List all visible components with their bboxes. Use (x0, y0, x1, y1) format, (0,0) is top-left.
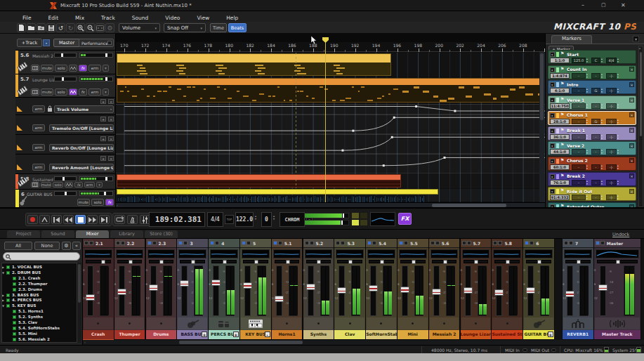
settings-icon[interactable]: ⚙ (105, 23, 114, 32)
tree-arrow-icon[interactable]: ▼ (2, 304, 4, 308)
strip-pan-slider[interactable] (597, 260, 638, 263)
marker-tempo-stepper[interactable]: ▴▾ (586, 119, 588, 124)
marker-tempo-stepper[interactable]: ▴▾ (586, 103, 588, 109)
mixer-strip-5.6[interactable]: 5.60612-9-18-27-36Messiah 2 (429, 239, 460, 339)
vscroll-thumb[interactable] (540, 53, 544, 120)
strip-name-label[interactable]: Drums (146, 330, 177, 339)
track-header-5.7[interactable]: 5.7Lounge Lizard...mutesolofxarm▾ (15, 74, 116, 97)
marker-key-stepper[interactable]: ▴▾ (601, 149, 603, 155)
track-grid-button[interactable] (31, 88, 39, 96)
strip-fader-handle[interactable] (369, 285, 378, 291)
strip-pan-slider[interactable] (494, 260, 520, 263)
marker-tempo-field[interactable]: - (572, 73, 586, 79)
track-meter-slider[interactable] (79, 53, 113, 58)
transport-loop-button[interactable] (114, 215, 125, 224)
strip-name-label[interactable]: Lounge Lizard S. (461, 330, 492, 339)
pan-handle[interactable] (616, 260, 620, 264)
transport-punch-button[interactable] (39, 215, 50, 224)
marker-meter-stepper[interactable]: ▴▾ (617, 103, 619, 109)
marker-tempo-stepper[interactable]: ▴▾ (586, 195, 588, 200)
tree-item[interactable]: ▼2. DRUM BUS (2, 270, 77, 276)
mixer-strip-3[interactable]: 30612-9-18-27-36BASS BUS+ (177, 239, 208, 339)
lane-param-dropdown[interactable]: Reverb Amount [Lounge Liz...▾ (49, 164, 114, 171)
marker-card-intro[interactable]: ▸⚑Intro×4:1:0-▴▾G▴▾-|-▴▾ (548, 80, 636, 94)
strip-header[interactable]: 5.7 (461, 239, 492, 248)
strip-header[interactable]: 5.1 (272, 239, 303, 248)
strip-eq-thumbnail[interactable] (242, 249, 270, 258)
scale-display[interactable]: CHROM (280, 212, 305, 227)
marker-tempo-stepper[interactable]: ▴▾ (586, 58, 588, 63)
marker-close-icon[interactable]: × (629, 128, 634, 133)
transport-eq-thumbnail[interactable] (370, 212, 395, 226)
transport-rewind-button[interactable] (63, 215, 74, 224)
undock-link[interactable]: Undock (612, 232, 629, 237)
marker-card-break-2[interactable]: ▸⚑Break 2×76:1:0-▴▾-▴▾-|-▴▾ (548, 172, 636, 186)
open-project-icon[interactable] (27, 23, 36, 32)
clip-guitar-bus-bar[interactable] (117, 189, 438, 195)
strip-fader-handle[interactable] (400, 287, 409, 293)
strip-eq-thumbnail[interactable] (399, 249, 427, 258)
strip-fader-handle[interactable] (149, 284, 158, 291)
marker-meter-stepper[interactable]: ▴▾ (617, 164, 619, 170)
track-arm-button[interactable]: arm (88, 65, 101, 72)
track-grid-button[interactable] (31, 182, 39, 188)
marker-meter-stepper[interactable]: ▴▾ (617, 149, 619, 155)
pan-handle[interactable] (348, 260, 353, 264)
marker-meter-field[interactable]: -|- (606, 119, 617, 124)
marker-time-field[interactable]: 44:1:0 (550, 149, 570, 155)
mixer-strip-5.8[interactable]: 5.80612-9-18-27-36Sustained String (492, 239, 523, 339)
marker-key-stepper[interactable]: ▴▾ (601, 119, 603, 124)
marker-tempo-field[interactable]: - (572, 195, 586, 200)
strip-eq-thumbnail[interactable] (147, 249, 176, 258)
tab-project[interactable]: Project (7, 230, 40, 238)
track-auto-button[interactable] (69, 65, 77, 72)
mixer-strip-5.7[interactable]: 5.70612-9-18-27-36Lounge Lizard S. (461, 239, 492, 339)
timeline-area[interactable]: 1701721741761781801821841861881901921941… (116, 34, 545, 207)
strip-fader-handle[interactable] (598, 284, 607, 291)
strip-fader-handle[interactable] (464, 287, 473, 294)
transport-metronome-button[interactable] (127, 215, 138, 224)
marker-tempo-stepper[interactable]: ▴▾ (586, 134, 588, 140)
strip-fader-handle[interactable] (494, 289, 504, 296)
lane-add-button[interactable]: + (100, 117, 106, 122)
track-chev-button[interactable]: ▾ (103, 65, 109, 72)
strip-empty-icon[interactable] (115, 317, 145, 329)
strip-header[interactable]: 7 (563, 239, 593, 248)
tree-item[interactable]: 5.1. Horns1 (2, 309, 77, 315)
bus-toggle-button[interactable]: - (265, 332, 270, 337)
mixer-strip-5.1[interactable]: 5.10612-9-18-27-36Horns1 (272, 239, 303, 339)
mixer-strip-2.3[interactable]: 2.30612-9-18-27-36Drums (146, 239, 177, 339)
strip-eq-thumbnail[interactable] (462, 249, 490, 258)
marker-expand-button[interactable]: ▸ (550, 129, 555, 133)
strip-pan-slider[interactable] (464, 260, 489, 263)
strip-eq-thumbnail[interactable] (305, 249, 333, 258)
key-display[interactable]: 0 (261, 212, 272, 227)
automation-mode-dropdown[interactable]: Volume▾ (119, 23, 160, 32)
track-solo-button[interactable]: solo (55, 65, 67, 72)
mixer-strip-2.1[interactable]: 2.10612-9-18-27-36Crash (83, 239, 114, 339)
strip-eq-thumbnail[interactable] (178, 249, 206, 258)
track-arm-button[interactable]: arm (88, 88, 101, 96)
marker-key-field[interactable]: - (591, 195, 600, 200)
lane-add-button[interactable]: + (100, 156, 106, 161)
strip-fader-handle[interactable] (337, 287, 346, 294)
pan-handle[interactable] (506, 260, 510, 264)
strip-header[interactable]: 3 (177, 239, 208, 248)
marker-tempo-stepper[interactable]: ▴▾ (586, 149, 588, 155)
track-header-5.6[interactable]: 5.6Messiah 2mutesolofxarm▾ (15, 50, 116, 73)
automation-curve-1[interactable] (116, 104, 545, 114)
marker-close-icon[interactable]: × (629, 173, 634, 178)
tab-mixer[interactable]: Mixer (76, 230, 109, 238)
track-fx-button[interactable]: fx (79, 65, 87, 72)
strip-fader-handle[interactable] (180, 280, 189, 287)
tree-item[interactable]: 5.6. Messiah 2 (2, 337, 77, 343)
marker-key-stepper[interactable]: ▴▾ (601, 134, 603, 140)
transport-to-end-button[interactable] (99, 215, 110, 224)
add-track-button[interactable]: +Track (17, 39, 42, 47)
strip-church-icon[interactable] (563, 317, 593, 329)
track-mute-button[interactable]: mute (41, 182, 51, 188)
track-meter-slider[interactable] (79, 77, 113, 81)
markers-scrollbar[interactable]: ▴ (638, 46, 643, 207)
bus-toggle-button[interactable]: + (548, 332, 553, 337)
tab-sound[interactable]: Sound (41, 230, 74, 238)
